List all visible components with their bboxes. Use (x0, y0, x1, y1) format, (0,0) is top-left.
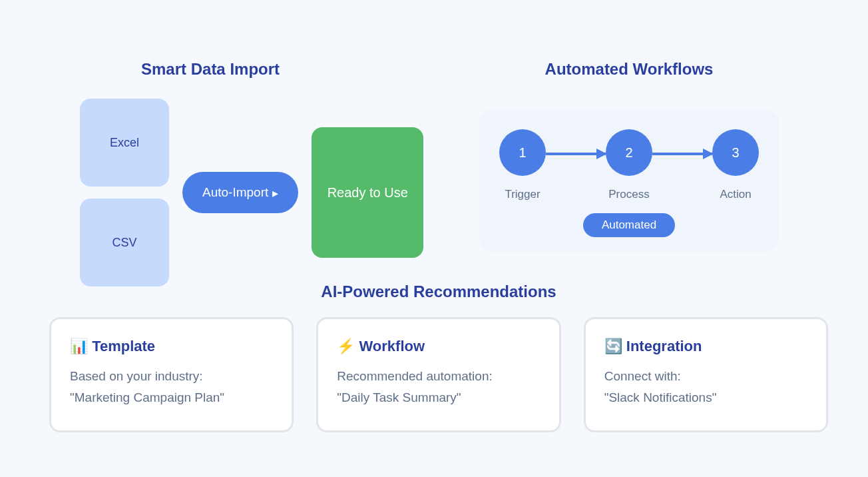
rec-card-line1: Recommended automation: (337, 366, 540, 387)
ready-to-use-card: Ready to Use (312, 127, 423, 258)
smart-data-import-section: Smart Data Import Excel CSV Auto-Import▸… (80, 60, 439, 286)
rec-card-line2: "Marketing Campaign Plan" (70, 387, 273, 408)
chart-icon: 📊 (70, 338, 88, 354)
file-cards-column: Excel CSV (80, 99, 169, 286)
step-action: 3 Action (712, 129, 759, 201)
auto-import-button[interactable]: Auto-Import▸ (182, 172, 298, 213)
connector-1 (546, 153, 606, 155)
workflow-box: 1 Trigger 2 Process 3 Action Automated (479, 109, 779, 252)
rec-card-heading: ⚡ Workflow (337, 338, 540, 355)
rec-card-line2: "Daily Task Summary" (337, 387, 540, 408)
recommendation-cards-row: 📊 Template Based on your industry: "Mark… (49, 317, 828, 432)
step-circle-3: 3 (712, 129, 759, 176)
rec-card-heading: 📊 Template (70, 338, 273, 355)
recommendation-card-template[interactable]: 📊 Template Based on your industry: "Mark… (49, 317, 294, 432)
rec-card-heading: 🔄 Integration (604, 338, 807, 355)
automated-badge[interactable]: Automated (583, 213, 675, 237)
file-card-csv[interactable]: CSV (80, 199, 169, 286)
step-circle-2: 2 (606, 129, 652, 176)
auto-import-label: Auto-Import (202, 185, 268, 200)
smart-import-title: Smart Data Import (141, 60, 439, 79)
step-trigger: 1 Trigger (499, 129, 546, 201)
refresh-icon: 🔄 (604, 338, 622, 354)
step-process: 2 Process (606, 129, 652, 201)
arrow-right-icon: ▸ (272, 186, 278, 201)
steps-row: 1 Trigger 2 Process 3 Action (499, 129, 759, 201)
recommendation-card-workflow[interactable]: ⚡ Workflow Recommended automation: "Dail… (316, 317, 560, 432)
lightning-icon: ⚡ (337, 338, 355, 354)
step-label-trigger: Trigger (505, 188, 540, 201)
step-label-process: Process (608, 188, 649, 201)
step-circle-1: 1 (499, 129, 546, 176)
rec-card-line1: Based on your industry: (70, 366, 273, 387)
ai-recommendations-section: AI-Powered Recommendations 📊 Template Ba… (49, 282, 828, 432)
recommendation-card-integration[interactable]: 🔄 Integration Connect with: "Slack Notif… (584, 317, 828, 432)
rec-card-line2: "Slack Notifications" (604, 387, 807, 408)
connector-2 (652, 153, 712, 155)
file-card-excel[interactable]: Excel (80, 99, 169, 187)
import-row: Excel CSV Auto-Import▸ Ready to Use (80, 99, 439, 286)
rec-card-line1: Connect with: (604, 366, 807, 387)
workflows-title: Automated Workflows (479, 60, 779, 79)
automated-workflows-section: Automated Workflows 1 Trigger 2 Process … (479, 60, 779, 252)
step-label-action: Action (720, 188, 751, 201)
recommendations-title: AI-Powered Recommendations (49, 282, 828, 301)
